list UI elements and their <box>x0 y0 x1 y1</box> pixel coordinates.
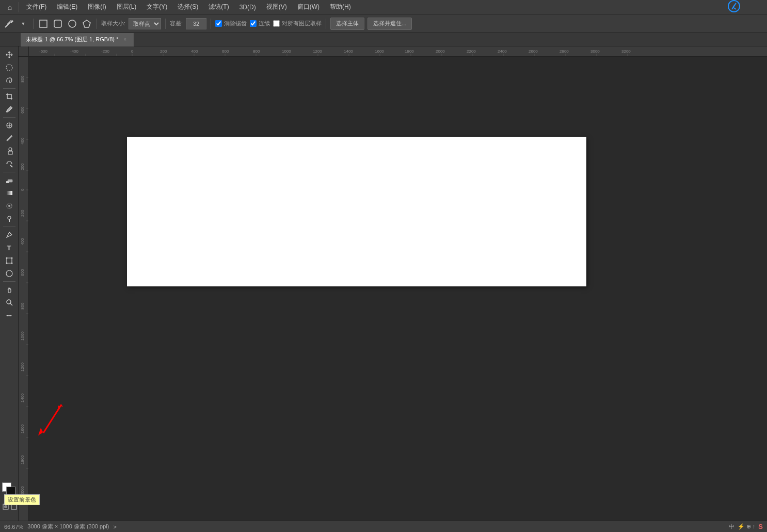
document-canvas[interactable] <box>127 137 586 286</box>
sep2 <box>97 19 97 29</box>
sample-size-label: 取样大小: <box>101 20 125 27</box>
menu-image[interactable]: 图像(I) <box>84 2 110 12</box>
healing-brush-tool[interactable] <box>2 119 17 132</box>
svg-text:600: 600 <box>222 49 229 54</box>
zoom-level: 66.67% <box>4 524 23 530</box>
svg-point-27 <box>4 505 7 508</box>
text-tool[interactable]: T <box>2 241 17 254</box>
lasso-tool[interactable] <box>2 74 17 87</box>
all-layers-checkbox[interactable] <box>273 20 280 27</box>
menu-filter[interactable]: 滤镜(T) <box>204 2 233 12</box>
menu-select[interactable]: 选择(S) <box>173 2 202 12</box>
polygon-tool-icon[interactable] <box>81 18 92 29</box>
svg-line-1 <box>5 22 10 27</box>
tolerance-input[interactable] <box>186 18 206 29</box>
hand-tool[interactable] <box>2 283 17 296</box>
svg-text:-400: -400 <box>70 49 79 54</box>
magic-wand-icon[interactable] <box>3 18 14 29</box>
move-tool[interactable] <box>2 49 17 61</box>
svg-point-22 <box>6 270 12 277</box>
svg-rect-13 <box>6 191 12 195</box>
svg-point-21 <box>11 263 12 264</box>
svg-text:1400: 1400 <box>20 393 25 402</box>
svg-text:2600: 2600 <box>529 49 538 54</box>
separator <box>19 2 19 12</box>
taskbar-right: 中 ⚡ ⊕ ↑ S <box>729 523 763 530</box>
contiguous-group: 连续 <box>250 20 270 27</box>
cursor-arrow <box>33 399 64 436</box>
svg-text:1800: 1800 <box>405 49 414 54</box>
sep4 <box>211 19 211 29</box>
eyedropper-tool[interactable] <box>2 103 17 116</box>
ruler-top: -600 -400 -200 0 200 400 600 800 1000 12… <box>29 46 767 57</box>
ruler-corner <box>19 46 29 57</box>
menu-3d[interactable]: 3D(D) <box>235 3 260 12</box>
more-tools[interactable]: ••• <box>2 309 17 321</box>
ps-logo-icon <box>728 0 759 12</box>
svg-point-20 <box>6 263 7 264</box>
blur-tool[interactable] <box>2 200 17 212</box>
select-subject-button[interactable]: 选择主体 <box>330 18 364 30</box>
path-selection-tool[interactable] <box>2 254 17 267</box>
menu-window[interactable]: 窗口(W) <box>293 2 324 12</box>
svg-rect-12 <box>6 181 9 183</box>
menu-view[interactable]: 视图(V) <box>262 2 291 12</box>
canvas-area[interactable]: -600 -400 -200 0 200 400 600 800 1000 12… <box>19 46 767 521</box>
crop-tool[interactable] <box>2 90 17 103</box>
status-extra: > <box>113 524 116 530</box>
menu-file[interactable]: 文件(F) <box>22 2 51 12</box>
wand-dropdown-icon[interactable]: ▼ <box>18 18 29 29</box>
svg-text:0: 0 <box>131 49 134 54</box>
rounded-rect-icon[interactable] <box>52 18 63 29</box>
sep3 <box>165 19 166 29</box>
svg-point-24 <box>7 300 11 304</box>
svg-text:1000: 1000 <box>282 49 291 54</box>
menu-text[interactable]: 文字(Y) <box>142 2 171 12</box>
svg-text:3000: 3000 <box>590 49 600 54</box>
sep5 <box>326 19 326 29</box>
svg-text:1000: 1000 <box>20 331 25 341</box>
dodge-tool[interactable] <box>2 213 17 225</box>
ellipse-tool-icon[interactable] <box>67 18 78 29</box>
eraser-tool[interactable] <box>2 174 17 186</box>
shape-tool[interactable] <box>2 267 17 280</box>
svg-text:1200: 1200 <box>20 362 25 372</box>
svg-text:2400: 2400 <box>498 49 507 54</box>
marquee-tool[interactable] <box>2 61 17 74</box>
menu-help[interactable]: 帮助(H) <box>326 2 355 12</box>
rect-tool-icon[interactable] <box>38 18 49 29</box>
svg-text:200: 200 <box>20 163 25 170</box>
zoom-tool[interactable] <box>2 296 17 309</box>
tab-close-button[interactable]: × <box>121 36 129 43</box>
tolerance-label: 容差: <box>170 20 183 27</box>
svg-text:800: 800 <box>20 75 25 83</box>
svg-text:-200: -200 <box>101 49 110 54</box>
svg-text:1800: 1800 <box>20 455 25 464</box>
document-tab[interactable]: 未标题-1 @ 66.7% (图层 1, RGB/8) * × <box>21 33 134 46</box>
svg-marker-7 <box>83 20 90 27</box>
stamp-tool[interactable] <box>2 145 17 157</box>
svg-text:800: 800 <box>20 302 25 310</box>
brush-tool[interactable] <box>2 132 17 144</box>
tab-title: 未标题-1 @ 66.7% (图层 1, RGB/8) * <box>26 36 118 43</box>
tool-sep5 <box>3 281 15 282</box>
ruler-left-svg: 800 600 400 200 0 200 400 600 800 1000 1… <box>19 57 28 521</box>
svg-line-23 <box>8 289 8 290</box>
home-icon[interactable]: ⌂ <box>4 2 15 13</box>
toolbar: ▼ 取样大小: 取样点 容差: 消除锯齿 连续 对所有图层取样 选择主体 选择并… <box>0 14 767 33</box>
svg-text:400: 400 <box>20 238 25 245</box>
svg-text:800: 800 <box>253 49 260 54</box>
sample-size-select[interactable]: 取样点 <box>129 18 161 29</box>
ruler-top-svg: -600 -400 -200 0 200 400 600 800 1000 12… <box>29 46 767 56</box>
anti-alias-checkbox[interactable] <box>215 20 222 27</box>
svg-text:1600: 1600 <box>375 49 384 54</box>
contiguous-checkbox[interactable] <box>250 20 257 27</box>
menu-edit[interactable]: 编辑(E) <box>53 2 82 12</box>
foreground-color-tooltip: 设置前景色 <box>4 494 40 505</box>
menu-layer[interactable]: 图层(L) <box>113 2 141 12</box>
select-and-mask-button[interactable]: 选择并遮住... <box>367 18 412 30</box>
gradient-tool[interactable] <box>2 187 17 199</box>
pen-tool[interactable] <box>2 229 17 241</box>
anti-alias-group: 消除锯齿 <box>215 20 247 27</box>
history-brush-tool[interactable] <box>2 158 17 170</box>
